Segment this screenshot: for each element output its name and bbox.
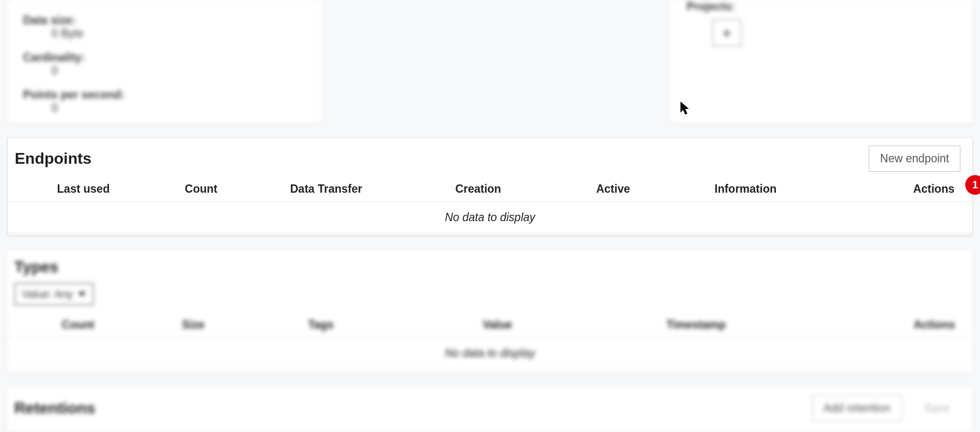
- col-active[interactable]: Active: [559, 182, 667, 196]
- add-project-button[interactable]: +: [712, 19, 742, 47]
- endpoints-table-header: Last used Count Data Transfer Creation A…: [8, 177, 972, 202]
- types-title: Types: [14, 258, 58, 276]
- stats-pps-label: Points per second:: [23, 88, 306, 102]
- stats-card: Data size: 0 Byte Cardinality: 0 Points …: [7, 0, 321, 123]
- endpoints-title: Endpoints: [15, 150, 91, 168]
- types-panel: Types Value: Any Count Size Tags Value T…: [7, 250, 973, 373]
- save-button[interactable]: Save: [914, 395, 961, 421]
- stats-cardinality-value: 0: [23, 64, 306, 77]
- stats-data-size-value: 0 Byte: [23, 27, 306, 40]
- new-endpoint-button[interactable]: New endpoint: [869, 146, 960, 172]
- col-count[interactable]: Count: [19, 318, 137, 331]
- endpoints-empty: No data to display: [8, 202, 972, 233]
- types-table-header: Count Size Tags Value Timestamp Actions: [7, 312, 973, 338]
- col-count[interactable]: Count: [147, 182, 255, 196]
- col-data-transfer[interactable]: Data Transfer: [255, 182, 397, 196]
- stats-cardinality-label: Cardinality:: [23, 51, 306, 64]
- types-value-filter[interactable]: Value: Any: [14, 283, 94, 305]
- projects-label: Projects:: [687, 0, 957, 13]
- col-last-used[interactable]: Last used: [20, 182, 147, 196]
- plus-icon: +: [722, 25, 732, 41]
- stats-pps-value: 0: [23, 102, 306, 115]
- retentions-title: Retentions: [14, 399, 95, 417]
- col-actions: Actions: [789, 318, 961, 331]
- types-empty: No data to display: [7, 338, 973, 369]
- chevron-down-icon: [78, 292, 86, 297]
- projects-card: Projects: +: [671, 0, 973, 123]
- endpoints-panel: Endpoints New endpoint Last used Count D…: [7, 137, 973, 235]
- col-value[interactable]: Value: [392, 318, 603, 331]
- retentions-panel: Retentions Add retention Save: [7, 387, 973, 432]
- types-filter-label: Value: Any: [22, 288, 73, 301]
- col-information[interactable]: Information: [667, 182, 824, 196]
- col-timestamp[interactable]: Timestamp: [603, 318, 789, 331]
- cursor-icon: [680, 101, 691, 116]
- stats-data-size-label: Data size:: [23, 14, 306, 27]
- add-retention-button[interactable]: Add retention: [812, 395, 902, 421]
- col-tags[interactable]: Tags: [250, 318, 392, 331]
- col-creation[interactable]: Creation: [397, 182, 559, 196]
- col-actions: Actions: [824, 182, 960, 196]
- col-size[interactable]: Size: [137, 318, 250, 331]
